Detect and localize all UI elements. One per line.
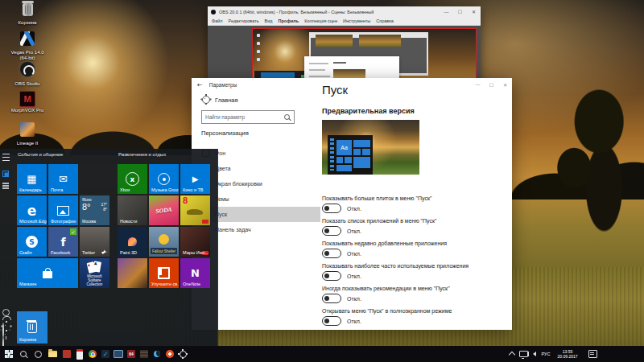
- taskbar-chrome[interactable]: [87, 348, 98, 360]
- tile-news[interactable]: Новости: [118, 195, 147, 225]
- morphvox-icon: M: [19, 91, 35, 107]
- taskbar-settings-app[interactable]: [177, 348, 188, 360]
- taskbar-document-app[interactable]: [74, 348, 85, 360]
- settings-gear-icon[interactable]: [2, 323, 12, 338]
- tile-office[interactable]: Улучшите св...: [149, 258, 179, 288]
- obs-minimize-button[interactable]: —: [440, 6, 453, 17]
- tile-weather[interactable]: Ясно 8° 17°8° Москва: [80, 195, 109, 225]
- obs-menu-item[interactable]: Вид: [265, 19, 273, 23]
- settings-titlebar[interactable]: ← Параметры — ☐ ✕: [192, 78, 512, 91]
- taskbar-grid-app[interactable]: [138, 348, 150, 360]
- obs-maximize-button[interactable]: ☐: [453, 6, 467, 17]
- toggle-label: Показать список приложений в меню "Пуск": [322, 218, 507, 224]
- tile-groove-music[interactable]: Музыка Groo...: [149, 164, 179, 194]
- toggle-switch[interactable]: [322, 294, 341, 303]
- obs-close-button[interactable]: ✕: [467, 6, 481, 17]
- tile-label: Кино и ТВ: [183, 187, 204, 192]
- action-center-icon: [588, 350, 597, 358]
- toggle-switch[interactable]: [322, 249, 341, 258]
- orange-circle-icon: [166, 350, 174, 358]
- desktop-icon-morphvox[interactable]: M MorphVOX Pro: [8, 91, 47, 113]
- tray-volume-icon[interactable]: [530, 346, 539, 362]
- tile-asphalt-8[interactable]: 8: [180, 195, 210, 225]
- hamburger-menu-icon[interactable]: [2, 154, 10, 161]
- user-account-icon[interactable]: [2, 309, 10, 316]
- toggle-switch[interactable]: [322, 204, 341, 213]
- back-arrow-icon[interactable]: ←: [197, 81, 203, 88]
- tile-paint-3d[interactable]: Paint 3D: [118, 227, 147, 257]
- taskbar-vegas-64[interactable]: 64: [126, 348, 137, 360]
- tile-fallout-shelter[interactable]: Fallout Shelter: [149, 227, 179, 257]
- toggle-state: Откл.: [347, 274, 361, 279]
- tile-movies-tv[interactable]: ▶ Кино и ТВ: [180, 164, 210, 194]
- obs-titlebar[interactable]: OBS 20.0.1 (64bit, windows) - Профиль: Б…: [208, 6, 481, 17]
- settings-maximize-button[interactable]: ☐: [485, 80, 498, 90]
- tile-xbox[interactable]: x Xbox: [118, 164, 147, 194]
- settings-search-input[interactable]: Найти параметр: [201, 110, 295, 124]
- tile-photos[interactable]: Фотографии: [48, 195, 78, 225]
- taskbar-red-app[interactable]: [61, 348, 72, 360]
- obs-menu-item[interactable]: Коллекция сцен: [304, 19, 337, 23]
- tile-twitter[interactable]: Twitter: [80, 227, 109, 257]
- tile-march-of-empires[interactable]: Марш Имп...: [180, 227, 210, 257]
- toggle-switch[interactable]: [322, 271, 341, 281]
- folder-icon: [48, 351, 57, 357]
- taskbar-cortana-button[interactable]: [32, 348, 43, 360]
- language-indicator[interactable]: РУС: [539, 346, 552, 362]
- obs-menu-item[interactable]: Редактировать: [229, 19, 259, 23]
- desktop-icon-recycle-bin[interactable]: Корзина: [8, 2, 47, 26]
- desktop-icon-vegas-pro[interactable]: Vegas Pro 14.0 (64-bit): [8, 31, 47, 61]
- obs-menu-item[interactable]: Файл: [212, 19, 223, 23]
- obs-menu-item[interactable]: Справка: [376, 19, 394, 23]
- tile-solitaire[interactable]: ♦♣ Microsoft Solitaire Collection: [80, 258, 109, 288]
- tile-calendar[interactable]: ▦ Календарь: [17, 164, 47, 194]
- tile-label: Paint 3D: [120, 250, 137, 255]
- tile-store[interactable]: Магазин: [17, 258, 78, 288]
- pinned-tiles-icon[interactable]: [2, 171, 9, 177]
- action-center-button[interactable]: [586, 346, 599, 362]
- recycle-bin-icon: [23, 3, 33, 16]
- taskbar: ✓ 64 РУС 13:5520.09.2017: [0, 346, 644, 362]
- toggle-switch[interactable]: [322, 316, 341, 326]
- obs-menu-item[interactable]: Инструменты: [343, 19, 370, 23]
- settings-close-button[interactable]: ✕: [498, 80, 512, 90]
- taskbar-capture-app[interactable]: [113, 348, 124, 360]
- tile-skype[interactable]: S Скайп: [17, 227, 47, 257]
- preview-mini-start-menu: Aa: [328, 135, 373, 175]
- tile-edge[interactable]: e Microsoft Edge: [17, 195, 47, 225]
- taskbar-file-explorer[interactable]: [47, 348, 58, 360]
- settings-minimize-button[interactable]: —: [471, 80, 485, 90]
- chevron-up-icon: [509, 352, 515, 358]
- tile-knight-game[interactable]: [118, 258, 147, 288]
- start-button[interactable]: [3, 348, 14, 360]
- taskbar-orange-app[interactable]: [164, 348, 175, 360]
- obs-menubar: ФайлРедактироватьВидПрофильКоллекция сце…: [208, 17, 481, 26]
- obs-studio-icon: [19, 61, 35, 77]
- tile-group-header: Развлечения и отдых: [118, 152, 166, 157]
- mini-desktop-icon: [257, 50, 260, 53]
- tile-mail[interactable]: ✉ Почта: [48, 164, 78, 194]
- toggle-row: Показывать наиболее часто используемые п…: [322, 263, 507, 281]
- tile-recycle-bin[interactable]: Корзина: [17, 311, 47, 343]
- desktop-icon-lineage[interactable]: Lineage II: [8, 121, 47, 146]
- sidebar-item-label: Экран блокировки: [215, 181, 262, 187]
- desktop-icon-obs-studio[interactable]: OBS Studio: [8, 61, 47, 87]
- all-apps-icon[interactable]: [2, 183, 9, 184]
- taskbar-clock[interactable]: 13:5520.09.2017: [554, 346, 581, 362]
- search-placeholder: Найти параметр: [205, 114, 245, 120]
- settings-home-nav[interactable]: Главная: [202, 96, 238, 104]
- check-badge: ✓: [70, 228, 76, 235]
- toggle-state: Откл.: [347, 206, 361, 212]
- tile-label: Магазин: [19, 282, 36, 286]
- obs-menu-item[interactable]: Профиль: [278, 19, 299, 23]
- tile-label: Фотографии: [51, 219, 76, 224]
- sidebar-item-label: Панель задач: [215, 227, 251, 232]
- tray-expand-button[interactable]: [507, 346, 517, 362]
- toggle-switch[interactable]: [322, 226, 341, 236]
- taskbar-moon-app[interactable]: [151, 348, 163, 360]
- tile-facebook[interactable]: f ✓ Facebook: [48, 227, 78, 257]
- taskbar-check-app[interactable]: ✓: [100, 348, 111, 360]
- tile-candy-crush-soda[interactable]: SODA: [149, 195, 179, 225]
- taskbar-search-button[interactable]: [18, 348, 29, 360]
- tile-onenote[interactable]: N OneNote: [180, 258, 210, 288]
